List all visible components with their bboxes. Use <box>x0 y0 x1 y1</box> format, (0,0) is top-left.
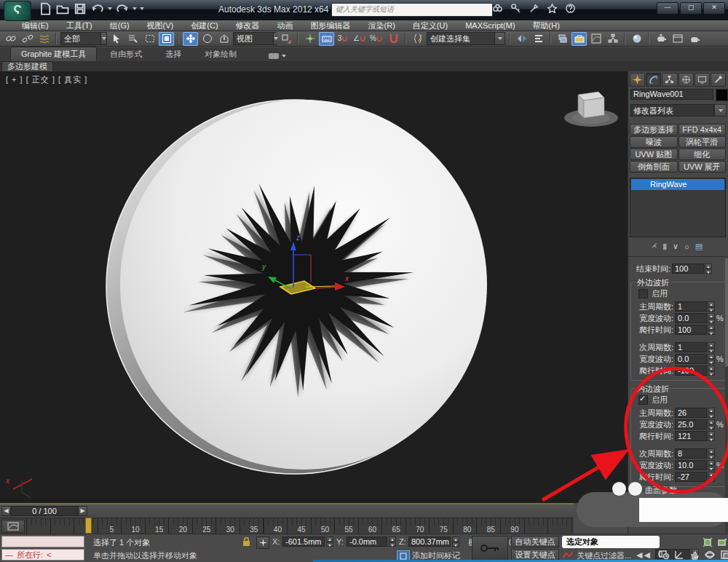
tab-graphite-modeling-tools[interactable]: Graphite 建模工具 <box>10 47 97 61</box>
absolute-mode-toggle-icon[interactable] <box>256 537 269 549</box>
surface-parameters-header[interactable]: 曲面参数 <box>645 485 677 496</box>
zoom-extents-icon[interactable] <box>700 536 715 548</box>
modifier-btn-noise[interactable]: 噪波 <box>630 136 678 148</box>
max-logo[interactable]: Ϛ <box>4 1 31 21</box>
z-coordinate-input[interactable]: 800.37mm <box>408 537 451 547</box>
y-coordinate-input[interactable]: -0.0mm <box>347 537 387 547</box>
curve-editor-icon[interactable] <box>588 32 604 46</box>
undo-icon[interactable] <box>90 2 105 15</box>
outer-minor-width-flux-input[interactable]: 0.0 <box>675 354 707 364</box>
help-icon[interactable] <box>565 3 576 14</box>
outer-minor-crawl-time-input[interactable]: -100 <box>675 365 707 376</box>
modifier-btn-ffd[interactable]: FFD 4x4x4 <box>678 124 727 135</box>
inner-minor-crawl-time-input[interactable]: -27 <box>675 472 707 482</box>
schematic-view-icon[interactable] <box>605 32 620 46</box>
outer-enable-checkbox[interactable] <box>638 289 648 298</box>
time-configuration-icon[interactable] <box>657 548 671 561</box>
previous-frame-icon[interactable]: ◀ <box>1 506 11 516</box>
snap-toggle-3d-icon[interactable]: 3 <box>336 32 351 46</box>
tab-motion-icon[interactable] <box>678 73 694 87</box>
selection-lock-icon[interactable] <box>242 537 251 548</box>
selected-object-filter[interactable]: 选定对象 <box>562 536 660 548</box>
panel-polygon-modeling[interactable]: 多边形建模 <box>1 61 53 71</box>
inner-major-cycles-input[interactable]: 26 <box>675 408 707 418</box>
maximize-button[interactable]: ▢ <box>680 2 702 15</box>
edit-named-selection-icon[interactable] <box>410 32 425 46</box>
tab-freeform[interactable]: 自由形式 <box>100 47 152 61</box>
use-pivot-center-icon[interactable] <box>278 32 293 46</box>
select-scale-icon[interactable] <box>216 32 232 46</box>
spinner-control[interactable] <box>708 408 715 418</box>
redo-icon[interactable] <box>115 2 130 15</box>
spinner-control[interactable] <box>389 537 396 547</box>
unlink-selection-icon[interactable] <box>20 32 35 46</box>
zoom-region-icon[interactable] <box>715 536 728 548</box>
track-bar[interactable]: 051015202530354045505560657075808590 <box>0 518 628 534</box>
close-button[interactable]: ✕ <box>703 2 725 15</box>
select-by-name-icon[interactable] <box>125 32 141 46</box>
window-crossing-toggle-icon[interactable] <box>159 32 174 46</box>
outer-width-flux-input[interactable]: 0.0 <box>675 313 707 323</box>
percent-snap-icon[interactable]: % <box>369 32 384 46</box>
menu-help[interactable]: 帮助(H) <box>533 20 560 31</box>
select-and-link-icon[interactable] <box>3 32 18 46</box>
outer-minor-cycles-input[interactable]: 1 <box>675 342 707 352</box>
tab-hierarchy-icon[interactable] <box>662 73 677 87</box>
minimize-button[interactable]: — <box>657 2 678 15</box>
ribbon-minimize-control[interactable] <box>269 53 286 59</box>
selection-region-icon[interactable] <box>142 32 157 46</box>
menu-graph-editors[interactable]: 图形编辑器 <box>311 20 351 31</box>
end-time-input[interactable]: 100 <box>672 264 704 274</box>
open-file-icon[interactable] <box>55 2 70 15</box>
set-key-button[interactable]: 设置关键点 <box>511 549 559 561</box>
spinner-control[interactable] <box>708 365 715 376</box>
selection-filter-dropdown[interactable]: 全部 <box>60 32 107 45</box>
tab-object-paint[interactable]: 对象绘制 <box>194 47 247 61</box>
undo-caret-icon[interactable] <box>108 7 112 10</box>
redo-caret-icon[interactable] <box>132 7 137 10</box>
align-icon[interactable] <box>531 32 546 46</box>
keyboard-shortcut-override-icon[interactable] <box>319 32 334 46</box>
x-coordinate-input[interactable]: -601.5mm <box>282 537 325 547</box>
menu-views[interactable]: 视图(V) <box>147 20 174 31</box>
inner-minor-cycles-input[interactable]: 8 <box>675 448 707 459</box>
communication-center-icon[interactable] <box>529 3 539 14</box>
graphite-ribbon-toggle-icon[interactable] <box>571 32 587 46</box>
time-slider-value[interactable]: 0 / 100 <box>11 506 78 516</box>
tab-create-icon[interactable] <box>630 73 645 87</box>
reference-coordinate-dropdown[interactable]: 视图 <box>233 32 277 45</box>
favorites-star-icon[interactable] <box>547 3 558 14</box>
panel-scrollbar[interactable] <box>725 256 728 533</box>
object-color-swatch[interactable] <box>716 89 728 101</box>
spinner-control[interactable] <box>708 342 715 352</box>
inner-enable-row[interactable]: 启用 <box>631 395 726 405</box>
render-setup-icon[interactable] <box>653 32 668 46</box>
inner-width-flux-input[interactable]: 25.0 <box>675 419 707 430</box>
select-rotate-icon[interactable] <box>199 32 215 46</box>
spinner-control[interactable] <box>708 460 715 470</box>
tab-display-icon[interactable] <box>695 73 710 87</box>
tab-selection[interactable]: 选择 <box>155 47 191 61</box>
outer-enable-row[interactable]: 启用 <box>631 288 726 299</box>
select-move-icon[interactable] <box>183 32 198 46</box>
menu-modifiers[interactable]: 修改器 <box>236 20 260 31</box>
spinner-control[interactable] <box>708 354 715 364</box>
spinner-control[interactable] <box>708 448 715 459</box>
menu-animation[interactable]: 动画 <box>277 20 293 31</box>
trackbar-ruler[interactable]: 051015202530354045505560657075808590 <box>26 518 575 534</box>
named-selection-set-dropdown[interactable]: 创建选择集 <box>427 32 505 45</box>
stack-item-ringwave[interactable]: RingWave <box>631 179 724 190</box>
menu-edit[interactable]: 编辑(E) <box>22 20 49 31</box>
viewport[interactable]: [ + ] [ 正交 ] [ 真实 ] <box>0 71 628 504</box>
modifier-stack-list[interactable]: RingWave <box>630 178 726 237</box>
tab-modify-icon[interactable] <box>646 73 661 87</box>
configure-modifier-sets-icon[interactable]: ▤ <box>695 242 703 251</box>
object-name-field[interactable]: RingWave001 <box>630 89 713 100</box>
material-editor-icon[interactable] <box>629 32 644 46</box>
modifier-btn-bevel-profile[interactable]: 倒角剖面 <box>630 161 678 173</box>
modifier-btn-unwrap-uvw[interactable]: UVW 展开 <box>678 161 727 173</box>
set-key-big-button[interactable] <box>472 536 508 561</box>
modifier-btn-uvw-map[interactable]: UVW 贴图 <box>630 149 678 160</box>
pan-hand-icon[interactable] <box>687 548 702 561</box>
open-mini-curve-editor-icon[interactable] <box>1 520 25 533</box>
